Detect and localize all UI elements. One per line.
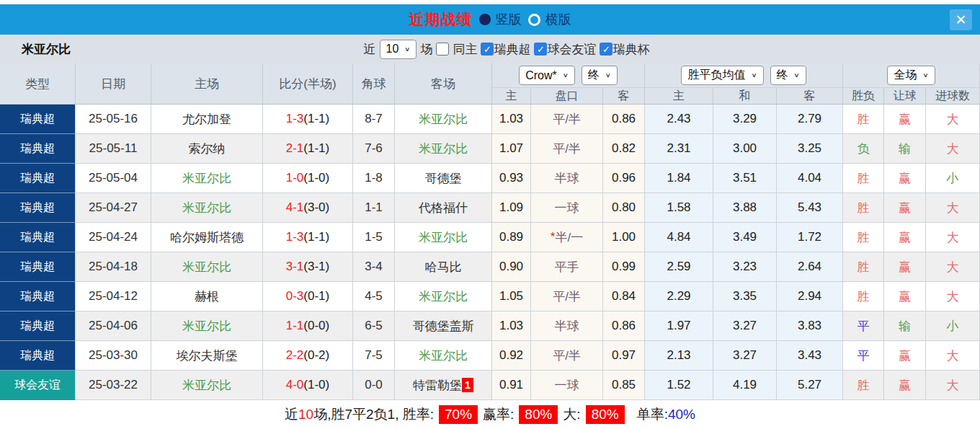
match-date-cell: 25-03-30	[76, 341, 151, 371]
table-row: 瑞典超 25-04-06 米亚尔比 1-1(0-0) 6-5 哥德堡盖斯 1.0…	[0, 311, 980, 341]
result-cell: 胜	[843, 223, 884, 252]
home-team-cell: 赫根	[151, 282, 263, 311]
avg-home-cell: 1.97	[645, 311, 713, 341]
handicap-cell: 平手	[531, 252, 603, 282]
league-checkbox-checked[interactable]: ✓	[481, 43, 494, 56]
home-team-cell: 哈尔姆斯塔德	[151, 223, 263, 252]
bookmaker-value: Crow*	[525, 69, 557, 82]
fulltime-score: 2-2	[286, 348, 304, 363]
match-date-cell: 25-05-04	[76, 164, 151, 193]
odds-away-cell: 0.96	[603, 164, 645, 193]
scope-select[interactable]: 全场 ∨	[887, 66, 935, 85]
handicap-value: 半/一	[555, 229, 583, 246]
match-date-cell: 25-05-11	[76, 134, 151, 164]
result-cell: 胜	[843, 164, 884, 193]
handicap-value: 平/半	[553, 348, 581, 364]
avg-away-cell: 4.04	[777, 164, 843, 193]
odds-home-cell: 0.92	[492, 341, 531, 371]
sub-header-handicap: 盘口	[531, 88, 603, 104]
radio-horizontal-layout[interactable]: 横版	[528, 11, 571, 28]
sub-header-odds-away: 客	[603, 88, 645, 104]
halftime-score: (0-1)	[303, 289, 329, 304]
away-team-cell: 哈马比	[395, 252, 492, 282]
handicap-result-cell: 赢	[884, 252, 926, 282]
avg-header-group: 胜平负均值 ∨ 终 ∨	[645, 63, 843, 88]
handicap-result-cell: 赢	[884, 105, 926, 134]
odds-home-cell: 0.89	[492, 223, 531, 252]
same-home-checkbox[interactable]	[436, 43, 449, 56]
score-cell: 4-0(1-0)	[263, 371, 353, 400]
away-team-name: 米亚尔比	[419, 348, 468, 364]
home-team-name: 尤尔加登	[182, 111, 231, 128]
handicap-value: 平/半	[553, 288, 581, 305]
goals-cell: 小	[926, 311, 980, 341]
avg-draw-cell: 4.19	[713, 371, 777, 400]
avg-home-cell: 1.58	[645, 193, 713, 223]
table-header: 类型 日期 主场 比分(半场) 角球 客场 Crow* ∨ 终 ∨ 胜平负均值 …	[0, 63, 980, 105]
avg-away-cell: 2.64	[777, 252, 843, 282]
avg-away-cell: 3.25	[777, 134, 843, 164]
handicap-value: 半球	[555, 170, 579, 187]
handicap-result-cell: 输	[884, 311, 926, 341]
away-team-cell: 米亚尔比	[395, 134, 492, 164]
close-button[interactable]: ✕	[950, 9, 972, 30]
handicap-cell: 平/半	[531, 341, 603, 371]
match-type-cell: 瑞典超	[0, 252, 76, 282]
radio-vertical-layout[interactable]: 竖版	[479, 11, 522, 28]
near-label: 近	[364, 41, 376, 58]
fulltime-score: 0-3	[286, 289, 304, 304]
table-body: 瑞典超 25-05-16 尤尔加登 1-3(1-1) 8-7 米亚尔比 1.03…	[0, 105, 980, 400]
corner-cell: 4-5	[353, 282, 395, 311]
match-date-cell: 25-04-06	[76, 311, 151, 341]
handicap-result-cell: 赢	[884, 282, 926, 311]
match-date-cell: 25-04-18	[76, 252, 151, 282]
avg-away-cell: 3.43	[777, 341, 843, 371]
match-type-cell: 球会友谊	[0, 371, 76, 400]
radio-unselected-icon[interactable]	[528, 14, 540, 26]
odds-away-cell: 0.84	[603, 282, 645, 311]
handicap-cell: *半/一	[531, 223, 603, 252]
score-cell: 2-2(0-2)	[263, 341, 353, 371]
corner-cell: 3-4	[353, 252, 395, 282]
bookmaker-time-select[interactable]: 终 ∨	[582, 66, 618, 85]
league-checkbox-checked[interactable]: ✓	[600, 43, 612, 56]
handicap-star: *	[551, 230, 556, 244]
sub-header-goals: 进球数	[926, 88, 980, 104]
league-checkbox-checked[interactable]: ✓	[534, 43, 547, 56]
rows-count-select[interactable]: 10 ∨	[380, 40, 417, 59]
halftime-score: (0-2)	[303, 348, 329, 363]
games-label: 场	[420, 41, 432, 58]
halftime-score: (1-0)	[303, 378, 329, 392]
league-filter-item: ✓ 瑞典杯	[600, 41, 649, 58]
radio-selected-icon[interactable]	[479, 14, 491, 25]
avg-select[interactable]: 胜平负均值 ∨	[681, 66, 763, 85]
big-rate-badge: 80%	[586, 405, 625, 424]
avg-draw-cell: 3.00	[713, 134, 777, 164]
avg-away-cell: 2.94	[777, 282, 843, 311]
league-label: 瑞典超	[494, 41, 530, 58]
match-date-cell: 25-05-16	[76, 105, 151, 134]
goals-cell: 小	[926, 164, 980, 193]
goals-cell: 大	[926, 371, 980, 400]
away-team-name: 米亚尔比	[419, 141, 468, 157]
odds-away-cell: 0.86	[603, 311, 645, 341]
home-team-cell: 埃尔夫斯堡	[151, 341, 263, 371]
avg-away-cell: 5.27	[777, 371, 843, 400]
sub-header-result: 胜负	[843, 88, 884, 104]
goals-cell: 大	[926, 252, 980, 282]
col-header-corner: 角球	[353, 63, 395, 104]
match-type-cell: 瑞典超	[0, 282, 76, 311]
away-team-cell: 米亚尔比	[395, 105, 492, 134]
summary-record: 场,胜7平2负1, 胜率:	[313, 405, 434, 424]
away-team-cell: 特雷勒堡1	[395, 371, 492, 400]
avg-home-cell: 1.84	[645, 164, 713, 193]
handicap-cell: 半球	[531, 164, 603, 193]
league-filter-item: ✓ 球会友谊	[534, 41, 596, 58]
dialog-titlebar: 近期战绩 竖版 横版 ✕	[0, 4, 980, 35]
avg-time-select[interactable]: 终 ∨	[770, 66, 806, 85]
bookmaker-select[interactable]: Crow* ∨	[519, 66, 575, 85]
avg-draw-cell: 3.49	[713, 223, 777, 252]
close-icon: ✕	[956, 12, 967, 28]
col-header-type: 类型	[0, 63, 76, 104]
scope-value: 全场	[894, 68, 917, 83]
